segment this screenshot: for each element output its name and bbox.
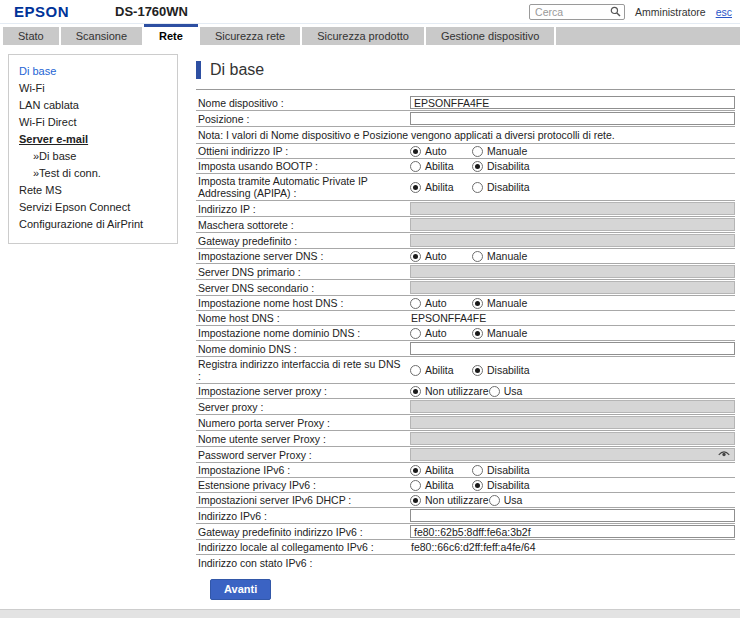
radio-option-non-utilizzare[interactable]: Non utilizzare — [410, 494, 489, 506]
sidebar-item-lan-cablata[interactable]: LAN cablata — [19, 97, 171, 114]
text-input-numero-porta-server-proxy[interactable] — [410, 416, 735, 429]
radio-button[interactable] — [410, 298, 421, 309]
logout-link[interactable]: esc — [716, 6, 732, 18]
sidebar-item-test-di-conn[interactable]: »Test di conn. — [19, 165, 171, 182]
text-input-server-dns-secondario[interactable] — [410, 281, 735, 294]
field-label: Gateway predefinito indirizzo IPv6 : — [196, 525, 410, 539]
radio-button[interactable] — [472, 182, 483, 193]
input-value[interactable] — [414, 235, 731, 246]
radio-button[interactable] — [472, 146, 483, 157]
tab-stato[interactable]: Stato — [3, 27, 59, 45]
radio-option-disabilita[interactable]: Disabilita — [472, 479, 534, 491]
text-input-nome-dispositivo[interactable] — [410, 96, 735, 109]
radio-option-disabilita[interactable]: Disabilita — [472, 364, 534, 376]
input-value[interactable] — [414, 203, 731, 214]
sidebar-item-servizi-epson-connect[interactable]: Servizi Epson Connect — [19, 199, 171, 216]
radio-option-manuale[interactable]: Manuale — [472, 250, 534, 262]
radio-button[interactable] — [489, 495, 500, 506]
input-value[interactable] — [414, 343, 731, 354]
radio-option-abilita[interactable]: Abilita — [410, 479, 472, 491]
radio-button[interactable] — [472, 328, 483, 339]
radio-button[interactable] — [472, 161, 483, 172]
sidebar-item-di-base[interactable]: Di base — [19, 63, 171, 80]
radio-option-manuale[interactable]: Manuale — [472, 297, 534, 309]
text-input-nome-dominio-dns[interactable] — [410, 342, 735, 355]
radio-button[interactable] — [472, 298, 483, 309]
input-value[interactable] — [414, 510, 731, 521]
tab-gestione-dispositivo[interactable]: Gestione dispositivo — [426, 27, 554, 45]
radio-button[interactable] — [410, 146, 421, 157]
eye-icon[interactable] — [718, 450, 730, 459]
radio-button[interactable] — [410, 495, 421, 506]
input-value[interactable] — [414, 113, 731, 124]
input-value[interactable] — [414, 266, 731, 277]
search-input[interactable] — [535, 6, 610, 18]
text-input-gateway-predefinito[interactable] — [410, 234, 735, 247]
radio-button[interactable] — [410, 182, 421, 193]
radio-button[interactable] — [472, 365, 483, 376]
sidebar-item-wi-fi-direct[interactable]: Wi-Fi Direct — [19, 114, 171, 131]
field-control: fe80::66c6:d2ff:feff:a4fe/64 — [410, 541, 735, 553]
input-value[interactable] — [414, 417, 731, 428]
radio-button[interactable] — [489, 386, 500, 397]
text-input-posizione[interactable] — [410, 112, 735, 125]
tab-sicurezza-rete[interactable]: Sicurezza rete — [200, 27, 300, 45]
sidebar-item-wi-fi[interactable]: Wi-Fi — [19, 80, 171, 97]
text-input-server-dns-primario[interactable] — [410, 265, 735, 278]
tab-rete[interactable]: Rete — [144, 24, 198, 45]
input-value[interactable] — [414, 526, 731, 537]
input-value[interactable] — [414, 449, 731, 460]
radio-button[interactable] — [410, 480, 421, 491]
radio-option-auto[interactable]: Auto — [410, 145, 472, 157]
sidebar-item-server-e-mail[interactable]: Server e-mail — [19, 131, 171, 148]
text-input-server-proxy[interactable] — [410, 400, 735, 413]
text-input-nome-utente-server-proxy[interactable] — [410, 432, 735, 445]
radio-option-auto[interactable]: Auto — [410, 297, 472, 309]
radio-option-manuale[interactable]: Manuale — [472, 327, 534, 339]
radio-option-abilita[interactable]: Abilita — [410, 160, 472, 172]
text-input-indirizzo-ip[interactable] — [410, 202, 735, 215]
radio-button[interactable] — [410, 328, 421, 339]
search-box[interactable] — [529, 4, 625, 20]
input-value[interactable] — [414, 282, 731, 293]
text-input-indirizzo-ipv6[interactable] — [410, 509, 735, 522]
radio-button[interactable] — [472, 480, 483, 491]
radio-option-non-utilizzare[interactable]: Non utilizzare — [410, 385, 489, 397]
radio-label: Manuale — [487, 250, 527, 262]
radio-option-abilita[interactable]: Abilita — [410, 364, 472, 376]
radio-option-abilita[interactable]: Abilita — [410, 464, 472, 476]
input-value[interactable] — [414, 97, 731, 108]
field-control — [410, 264, 735, 279]
input-value[interactable] — [414, 219, 731, 230]
radio-button[interactable] — [410, 465, 421, 476]
tab-scansione[interactable]: Scansione — [61, 27, 142, 45]
radio-option-manuale[interactable]: Manuale — [472, 145, 534, 157]
text-input-maschera-sottorete[interactable] — [410, 218, 735, 231]
radio-button[interactable] — [410, 161, 421, 172]
avanti-button[interactable]: Avanti — [210, 579, 271, 600]
radio-button[interactable] — [410, 251, 421, 262]
radio-option-abilita[interactable]: Abilita — [410, 181, 472, 193]
radio-button[interactable] — [410, 365, 421, 376]
page-title: Di base — [210, 61, 264, 79]
search-icon[interactable] — [610, 6, 621, 17]
field-control — [410, 233, 735, 248]
radio-option-auto[interactable]: Auto — [410, 250, 472, 262]
tab-sicurezza-prodotto[interactable]: Sicurezza prodotto — [302, 27, 424, 45]
password-input[interactable] — [410, 448, 735, 461]
radio-option-auto[interactable]: Auto — [410, 327, 472, 339]
radio-option-usa[interactable]: Usa — [489, 494, 551, 506]
radio-option-disabilita[interactable]: Disabilita — [472, 464, 534, 476]
radio-button[interactable] — [410, 386, 421, 397]
radio-option-disabilita[interactable]: Disabilita — [472, 160, 534, 172]
sidebar-item-di-base[interactable]: »Di base — [19, 148, 171, 165]
text-input-gateway-predefinito-indirizzo-ipv6[interactable] — [410, 525, 735, 538]
input-value[interactable] — [414, 401, 731, 412]
sidebar-item-configurazione-di-airprint[interactable]: Configurazione di AirPrint — [19, 216, 171, 233]
radio-button[interactable] — [472, 465, 483, 476]
sidebar-item-rete-ms[interactable]: Rete MS — [19, 182, 171, 199]
radio-option-disabilita[interactable]: Disabilita — [472, 181, 534, 193]
input-value[interactable] — [414, 433, 731, 444]
radio-option-usa[interactable]: Usa — [489, 385, 551, 397]
radio-button[interactable] — [472, 251, 483, 262]
